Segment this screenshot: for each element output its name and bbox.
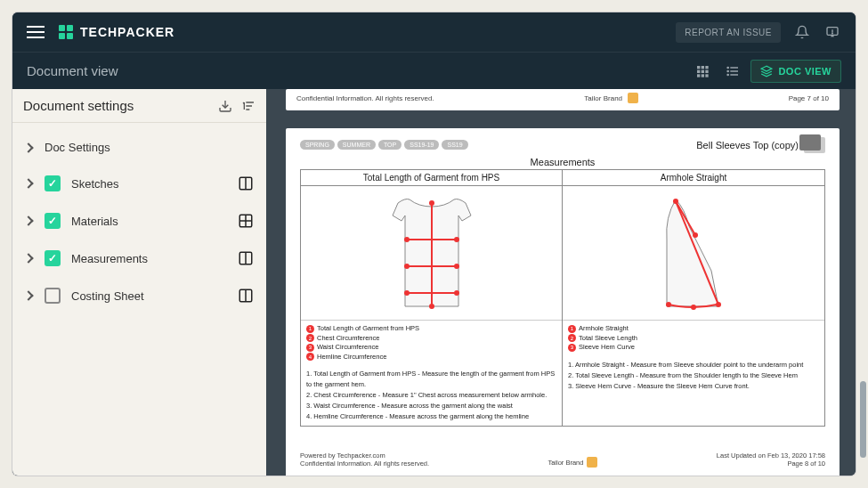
svg-point-50	[691, 305, 696, 310]
chevron-right-icon	[23, 142, 33, 152]
svg-rect-6	[702, 69, 704, 72]
svg-point-39	[404, 264, 410, 269]
confidential-text: Confidential Information. All rights res…	[296, 94, 434, 102]
brand-label: Tailor Brand	[548, 459, 583, 467]
brand-name: TECHPACKER	[80, 25, 174, 39]
svg-rect-7	[706, 69, 709, 72]
page-number: Page 7 of 10	[789, 94, 829, 102]
scrollbar[interactable]	[860, 116, 866, 467]
scrollbar-thumb[interactable]	[860, 381, 866, 458]
document-area[interactable]: Confidential Information. All rights res…	[266, 89, 856, 476]
brand-label: Tailor Brand	[584, 94, 622, 102]
menu-icon[interactable]	[27, 26, 45, 38]
page-title: Document view	[27, 63, 118, 78]
chevron-right-icon	[23, 253, 33, 263]
svg-point-46	[693, 232, 698, 238]
subbar: Document view DOC VIEW	[12, 52, 856, 89]
sidebar: Document settings Doc Settings	[12, 89, 266, 476]
sidebar-item-label: Costing Sheet	[71, 289, 144, 303]
powered-by: Powered by Techpacker.com	[300, 451, 429, 460]
brand-swatch	[587, 457, 597, 468]
svg-point-43	[454, 290, 459, 296]
confidential-text: Confidential Information. All rights res…	[300, 460, 429, 468]
svg-rect-2	[697, 66, 700, 69]
svg-rect-8	[697, 74, 700, 77]
sidebar-item-materials[interactable]: Materials	[12, 202, 266, 240]
chevron-right-icon	[23, 216, 33, 225]
page-number: Page 8 of 10	[717, 460, 825, 468]
feedback-icon[interactable]	[823, 23, 841, 41]
document-name: Bell Sleeves Top (copy)	[696, 140, 799, 150]
download-icon[interactable]	[218, 99, 232, 113]
svg-point-14	[727, 67, 728, 68]
svg-point-1	[832, 33, 833, 34]
svg-point-42	[404, 290, 410, 296]
doc-view-button[interactable]: DOC VIEW	[750, 60, 841, 83]
logo-icon	[59, 25, 73, 39]
svg-point-36	[404, 237, 410, 242]
brand-logo[interactable]: TECHPACKER	[59, 25, 174, 39]
section-title: Measurements	[300, 157, 825, 167]
layout-icon[interactable]	[238, 175, 254, 191]
diagram-title: Total Length of Garment from HPS	[301, 170, 562, 186]
page-footer: Powered by Techpacker.com Confidential I…	[300, 451, 825, 468]
sidebar-title: Document settings	[23, 98, 134, 113]
garment-thumb-icon	[804, 137, 825, 153]
sidebar-item-label: Materials	[71, 215, 118, 228]
svg-point-40	[454, 264, 459, 269]
svg-rect-4	[706, 66, 709, 69]
svg-marker-17	[762, 66, 773, 71]
last-updated: Last Updated on Feb 13, 2020 17:58	[717, 451, 825, 460]
sidebar-item-costing-sheet[interactable]: Costing Sheet	[12, 277, 266, 314]
svg-rect-5	[697, 69, 700, 72]
svg-point-37	[454, 237, 459, 242]
tag: SS19	[442, 140, 467, 150]
diagram-legend: 1Armhole Straight 2Total Sleeve Length 3…	[563, 320, 824, 356]
checkbox-costing-sheet[interactable]	[45, 288, 61, 304]
garment-diagram-sleeve	[563, 186, 824, 320]
sidebar-item-sketches[interactable]: Sketches	[12, 165, 266, 202]
diagram-legend: 1Total Length of Garment from HPS 2Chest…	[301, 320, 562, 365]
garment-diagram-front	[301, 186, 562, 320]
checkbox-materials[interactable]	[45, 213, 61, 229]
svg-rect-10	[706, 74, 709, 77]
layout-grid-icon[interactable]	[238, 213, 254, 229]
layout-icon[interactable]	[238, 288, 254, 304]
sort-icon[interactable]	[241, 99, 256, 113]
sidebar-item-label: Doc Settings	[45, 141, 110, 154]
list-view-button[interactable]	[720, 60, 745, 83]
document-page: SPRING SUMMER TOP SS19-19 SS19 Bell Slee…	[286, 128, 840, 476]
chevron-right-icon	[23, 290, 33, 300]
svg-point-34	[429, 304, 434, 309]
svg-point-16	[727, 74, 728, 75]
bell-icon[interactable]	[793, 23, 811, 41]
sidebar-item-doc-settings[interactable]: Doc Settings	[12, 130, 266, 165]
tag: SUMMER	[337, 140, 376, 150]
svg-rect-9	[702, 74, 704, 77]
previous-page-footer: Confidential Information. All rights res…	[286, 89, 840, 110]
topbar: TECHPACKER REPORT AN ISSUE	[12, 12, 856, 52]
svg-rect-3	[702, 66, 704, 69]
diagram-title: Armhole Straight	[563, 170, 824, 186]
checkbox-measurements[interactable]	[45, 250, 61, 266]
chevron-right-icon	[23, 178, 33, 188]
page-tags: SPRING SUMMER TOP SS19-19 SS19	[300, 140, 468, 150]
svg-point-15	[727, 70, 728, 71]
tag: SS19-19	[404, 140, 439, 150]
sidebar-item-label: Sketches	[71, 177, 118, 191]
layout-icon[interactable]	[238, 250, 254, 266]
tag: TOP	[378, 140, 402, 150]
grid-view-button[interactable]	[690, 60, 715, 83]
brand-swatch	[628, 93, 638, 103]
tag: SPRING	[300, 140, 335, 150]
svg-point-49	[666, 302, 671, 307]
checkbox-sketches[interactable]	[45, 175, 61, 191]
diagram-notes: 1. Total Length of Garment from HPS - Me…	[301, 365, 562, 426]
diagram-notes: 1. Armhole Straight - Measure from Sleev…	[563, 356, 824, 395]
svg-point-33	[429, 200, 434, 206]
report-issue-button[interactable]: REPORT AN ISSUE	[676, 22, 781, 43]
sidebar-item-label: Measurements	[71, 252, 148, 265]
sidebar-item-measurements[interactable]: Measurements	[12, 240, 266, 277]
doc-view-label: DOC VIEW	[778, 66, 831, 77]
